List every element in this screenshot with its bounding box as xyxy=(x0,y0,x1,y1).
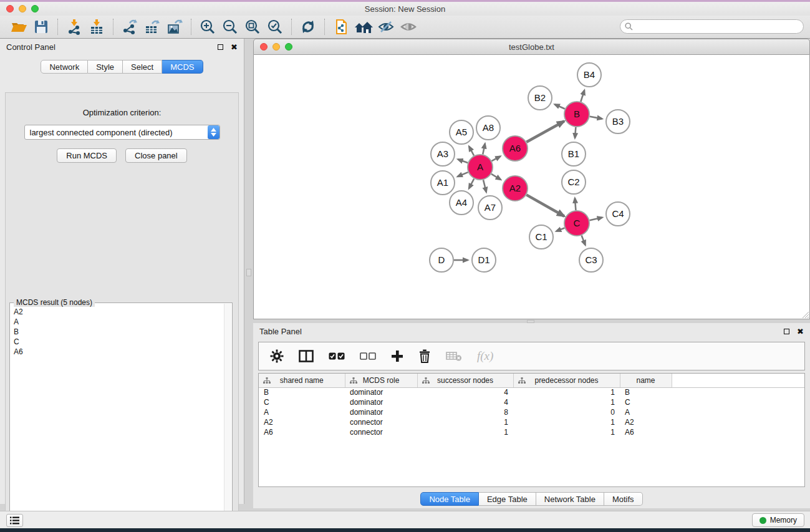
tab-network[interactable]: Network xyxy=(41,60,88,74)
table-cell[interactable]: B xyxy=(259,387,345,397)
result-item[interactable]: B xyxy=(14,327,223,337)
float-panel-icon[interactable] xyxy=(218,44,223,50)
zoom-selected-button[interactable] xyxy=(264,17,286,36)
show-hide-graphics-button[interactable] xyxy=(375,17,397,36)
deselect-all-columns-button[interactable] xyxy=(360,352,376,360)
home-pages-button[interactable] xyxy=(352,17,375,36)
result-item[interactable]: A2 xyxy=(14,307,223,317)
zoom-in-button[interactable] xyxy=(196,17,219,36)
result-item[interactable]: C xyxy=(14,337,223,347)
table-cell[interactable]: 0 xyxy=(513,407,620,417)
delete-column-button[interactable] xyxy=(418,349,431,363)
graph-edge-C-C3[interactable] xyxy=(582,236,586,245)
show-hide-details-button[interactable] xyxy=(397,17,420,36)
import-network-button[interactable] xyxy=(63,17,85,36)
open-session-button[interactable] xyxy=(7,17,30,36)
tab-select[interactable]: Select xyxy=(123,60,162,74)
tab-style[interactable]: Style xyxy=(88,60,123,74)
table-cell[interactable]: B xyxy=(620,387,672,397)
column-header[interactable]: successor nodes xyxy=(417,374,513,387)
table-cell[interactable]: 8 xyxy=(417,407,513,417)
create-column-button[interactable] xyxy=(391,350,403,362)
table-row[interactable]: Adominator80A xyxy=(259,407,804,417)
tab-motifs[interactable]: Motifs xyxy=(604,492,643,506)
graph-edge-B-B3[interactable] xyxy=(590,117,602,119)
table-row[interactable]: Cdominator41C xyxy=(259,397,804,407)
table-settings-button[interactable] xyxy=(270,349,284,363)
table-cell[interactable]: 1 xyxy=(513,417,620,427)
graph-edge-A-A3[interactable] xyxy=(458,160,468,163)
graph-edge-A2-C[interactable] xyxy=(526,195,564,216)
resize-grip-icon[interactable] xyxy=(801,311,809,318)
graph-edge-A-A1[interactable] xyxy=(458,172,468,177)
table-cell[interactable]: 1 xyxy=(513,387,620,397)
apply-layout-button[interactable] xyxy=(297,17,319,36)
table-cell[interactable]: 1 xyxy=(513,427,620,437)
table-cell[interactable]: A xyxy=(620,407,672,417)
table-close-panel-icon[interactable]: ✖ xyxy=(797,329,804,334)
table-cell[interactable]: A2 xyxy=(620,417,672,427)
optimization-criterion-dropdown[interactable]: largest connected component (directed) xyxy=(24,125,220,140)
network-window-titlebar[interactable]: testGlobe.txt xyxy=(253,39,810,55)
table-cell[interactable]: connector xyxy=(345,417,417,427)
run-mcds-button[interactable]: Run MCDS xyxy=(57,148,117,163)
table-cell[interactable]: A6 xyxy=(620,427,672,437)
delete-table-button[interactable] xyxy=(446,351,462,362)
table-cell[interactable]: C xyxy=(620,397,672,407)
table-cell[interactable]: dominator xyxy=(345,387,417,397)
zoom-out-button[interactable] xyxy=(219,17,241,36)
table-float-panel-icon[interactable] xyxy=(784,329,789,334)
task-history-button[interactable] xyxy=(6,514,23,527)
graph-edge-B-B1[interactable] xyxy=(575,127,576,138)
table-row[interactable]: Bdominator41B xyxy=(259,387,804,397)
close-panel-icon[interactable]: ✖ xyxy=(231,44,238,50)
zoom-fit-button[interactable] xyxy=(241,17,264,36)
table-cell[interactable]: 1 xyxy=(417,427,513,437)
search-input[interactable] xyxy=(620,19,804,34)
column-header[interactable]: predecessor nodes xyxy=(513,374,620,387)
split-panel-button[interactable] xyxy=(299,350,314,362)
graph-edge-A6-B[interactable] xyxy=(526,121,564,142)
table-cell[interactable]: 1 xyxy=(513,397,620,407)
graph-edge-A-A7[interactable] xyxy=(483,180,486,191)
graph-edge-A-A5[interactable] xyxy=(469,147,474,156)
export-network-button[interactable] xyxy=(118,17,141,36)
table-cell[interactable]: A6 xyxy=(259,427,345,437)
table-cell[interactable]: connector xyxy=(345,427,417,437)
save-session-button[interactable] xyxy=(30,17,52,36)
graph-edge-A-A4[interactable] xyxy=(469,179,474,188)
table-cell[interactable]: C xyxy=(259,397,345,407)
export-table-button[interactable] xyxy=(141,17,163,36)
graph-edge-A-A2[interactable] xyxy=(491,174,501,180)
tab-edge-table[interactable]: Edge Table xyxy=(479,492,536,506)
table-cell[interactable]: A xyxy=(259,407,345,417)
table-cell[interactable]: 4 xyxy=(417,387,513,397)
graph-edge-C-C1[interactable] xyxy=(556,228,564,231)
graph-edge-B-B2[interactable] xyxy=(555,104,565,109)
graph-edge-A-A8[interactable] xyxy=(483,143,485,154)
graph-edge-C-C4[interactable] xyxy=(589,218,602,221)
graph-edge-B-B4[interactable] xyxy=(581,90,584,102)
table-row[interactable]: A6connector11A6 xyxy=(259,427,804,437)
table-cell[interactable]: dominator xyxy=(345,407,417,417)
table-cell[interactable]: A2 xyxy=(259,417,345,427)
table-row[interactable]: A2connector11A2 xyxy=(259,417,804,427)
result-item[interactable]: A xyxy=(14,317,223,327)
new-session-button[interactable] xyxy=(330,17,352,36)
column-header[interactable]: MCDS role xyxy=(345,374,417,387)
result-item[interactable]: A6 xyxy=(14,347,223,357)
export-image-button[interactable] xyxy=(163,17,186,36)
graph-edge-C-C2[interactable] xyxy=(575,198,576,210)
table-cell[interactable]: 4 xyxy=(417,397,513,407)
table-cell[interactable]: dominator xyxy=(345,397,417,407)
column-header[interactable]: name xyxy=(620,374,672,387)
tab-node-table[interactable]: Node Table xyxy=(420,492,479,506)
tab-network-table[interactable]: Network Table xyxy=(536,492,604,506)
network-canvas[interactable]: AA1A2A3A4A5A6A7A8BB1B2B3B4CC1C2C3C4DD1 xyxy=(253,55,810,319)
graph-edge-A-A6[interactable] xyxy=(492,157,501,161)
table-cell[interactable]: 1 xyxy=(417,417,513,427)
column-header[interactable]: shared name xyxy=(259,374,345,387)
close-panel-button[interactable]: Close panel xyxy=(125,148,187,163)
select-all-columns-button[interactable] xyxy=(329,352,345,360)
vertical-splitter-handle[interactable] xyxy=(246,269,251,276)
